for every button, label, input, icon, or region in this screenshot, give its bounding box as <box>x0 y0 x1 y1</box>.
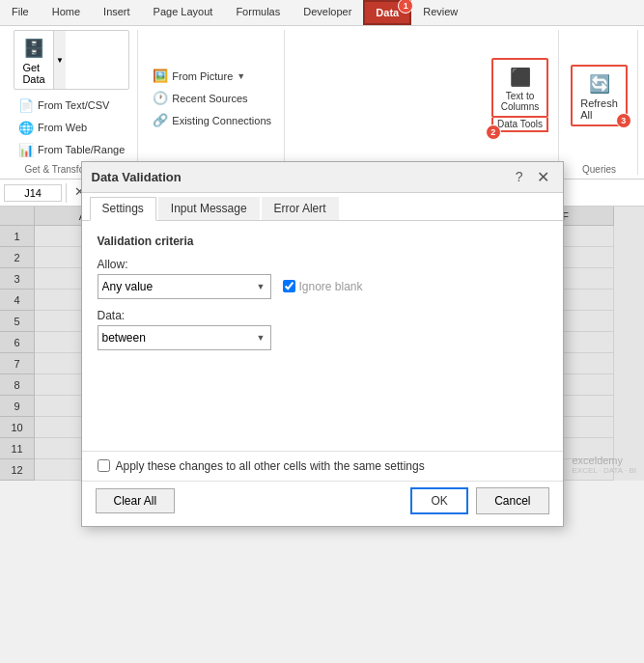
data-group: Data: between <box>98 309 547 350</box>
group-refresh: 🔄 RefreshAll 3 Queries <box>561 30 638 175</box>
refresh-all-label: RefreshAll <box>580 97 618 121</box>
get-data-button[interactable]: 🗄️ GetData ▼ <box>14 30 129 90</box>
allow-group: Allow: Any value Ignore blank <box>98 258 547 299</box>
from-web-icon: 🌐 <box>18 120 34 135</box>
cancel-button[interactable]: Cancel <box>476 487 548 514</box>
tab-formulas[interactable]: Formulas <box>224 0 292 25</box>
data-select-wrapper: between <box>98 325 271 350</box>
from-picture-icon: 🖼️ <box>153 69 168 84</box>
dialog-action-buttons: OK Cancel <box>410 487 548 514</box>
recent-sources-button[interactable]: 🕐 Recent Sources <box>148 88 276 109</box>
from-table-range-button[interactable]: 📊 From Table/Range <box>14 139 129 160</box>
get-data-dropdown-arrow[interactable]: ▼ <box>53 31 66 89</box>
dialog-tab-settings[interactable]: Settings <box>90 197 156 221</box>
cell-reference-input[interactable] <box>4 184 62 202</box>
formula-divider <box>66 183 67 203</box>
ribbon: File Home Insert Page Layout Formulas De… <box>0 0 644 180</box>
text-to-columns-button[interactable]: ⬛ Text to Columns <box>491 58 548 118</box>
apply-changes-label: Apply these changes to all other cells w… <box>116 459 425 473</box>
text-to-columns-icon: ⬛ <box>507 64 534 91</box>
dialog-body: Validation criteria Allow: Any value Ign… <box>82 221 563 451</box>
tab-insert[interactable]: Insert <box>92 0 142 25</box>
ignore-blank-label[interactable]: Ignore blank <box>283 280 363 293</box>
allow-select-wrapper: Any value <box>98 274 271 299</box>
dialog-help-button[interactable]: ? <box>512 169 527 184</box>
allow-label: Allow: <box>98 258 547 271</box>
from-web-button[interactable]: 🌐 From Web <box>14 117 129 138</box>
apply-changes-checkbox[interactable] <box>98 459 110 472</box>
ribbon-tab-bar: File Home Insert Page Layout Formulas De… <box>0 0 644 26</box>
existing-connections-button[interactable]: 🔗 Existing Connections <box>148 110 276 131</box>
existing-connections-icon: 🔗 <box>153 113 168 128</box>
ok-button[interactable]: OK <box>410 487 468 514</box>
dialog-close-button[interactable]: ✕ <box>533 168 553 186</box>
step2-badge: 2 <box>486 124 501 140</box>
dialog-tabs: Settings Input Message Error Alert <box>82 193 563 221</box>
tab-file[interactable]: File <box>0 0 41 25</box>
step3-badge: 3 <box>616 113 631 128</box>
dialog-tab-error-alert[interactable]: Error Alert <box>262 197 339 220</box>
data-tab-badge: 1 <box>398 0 413 14</box>
from-picture-button[interactable]: 🖼️ From Picture ▼ <box>148 66 276 87</box>
dialog-action-row: Clear All OK Cancel <box>82 481 563 526</box>
refresh-all-button[interactable]: 🔄 RefreshAll 3 <box>571 65 628 126</box>
allow-select[interactable]: Any value <box>98 274 271 299</box>
dialog-titlebar: Data Validation ? ✕ <box>82 162 563 193</box>
from-table-icon: 📊 <box>18 142 34 157</box>
group-get-transform: 🗄️ GetData ▼ 📄 From Text/CSV 🌐 From Web … <box>6 30 138 175</box>
tab-developer[interactable]: Developer <box>292 0 363 25</box>
group-picture-sources: 🖼️ From Picture ▼ 🕐 Recent Sources 🔗 Exi… <box>140 30 285 175</box>
dialog-spacer <box>98 360 547 437</box>
dialog-footer: Apply these changes to all other cells w… <box>82 451 563 481</box>
refresh-all-icon: 🔄 <box>586 70 613 97</box>
data-select[interactable]: between <box>98 325 271 350</box>
dialog-tab-input-message[interactable]: Input Message <box>158 197 260 220</box>
spreadsheet-area: A B C D E F 1 2 3 4 5 6 7 8 9 10 11 12 D… <box>0 207 644 481</box>
apply-changes-row: Apply these changes to all other cells w… <box>98 459 547 473</box>
ribbon-spacer <box>287 30 480 175</box>
tab-data[interactable]: Data 1 <box>363 0 411 25</box>
data-label: Data: <box>98 309 547 322</box>
tab-page-layout[interactable]: Page Layout <box>142 0 225 25</box>
recent-sources-icon: 🕐 <box>153 91 168 106</box>
group-data-tools: ⬛ Text to Columns Data Tools 2 - <box>482 30 559 175</box>
validation-criteria-label: Validation criteria <box>98 235 547 248</box>
ignore-blank-checkbox[interactable] <box>283 280 295 292</box>
text-to-columns-label: Text to Columns <box>501 91 539 112</box>
dialog-controls: ? ✕ <box>512 168 553 186</box>
clear-all-button[interactable]: Clear All <box>96 488 176 513</box>
from-text-csv-button[interactable]: 📄 From Text/CSV <box>14 95 129 116</box>
get-data-label: GetData <box>22 62 44 85</box>
data-validation-dialog: Data Validation ? ✕ Settings Input Messa… <box>81 161 564 527</box>
dialog-overlay: Data Validation ? ✕ Settings Input Messa… <box>0 207 644 481</box>
tab-home[interactable]: Home <box>41 0 92 25</box>
from-text-csv-icon: 📄 <box>18 97 34 113</box>
dialog-title: Data Validation <box>92 170 182 184</box>
ribbon-content: 🗄️ GetData ▼ 📄 From Text/CSV 🌐 From Web … <box>0 26 644 179</box>
tab-review[interactable]: Review <box>411 0 469 25</box>
get-data-icon: 🗄️ <box>20 35 47 62</box>
queries-label: Queries <box>582 160 616 175</box>
